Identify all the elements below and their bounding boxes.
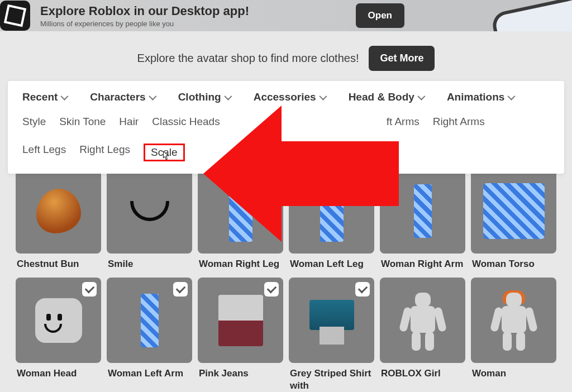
item-label: Grey Striped Shirt with [289, 363, 374, 392]
roblox-app-icon [0, 1, 30, 31]
item-label: ROBLOX Girl [380, 363, 465, 381]
open-app-button[interactable]: Open [356, 3, 404, 28]
item-thumbnail [16, 278, 101, 363]
item-thumbnail [289, 278, 374, 363]
subopt-hair[interactable]: Hair [119, 116, 139, 128]
avatar-item-card[interactable]: Woman Torso [471, 168, 556, 272]
banner-text: Explore Roblox in our Desktop app! Milli… [40, 4, 344, 28]
subopt-left-legs[interactable]: Left Legs [22, 144, 66, 161]
item-label: Woman Left Leg [289, 254, 374, 272]
avatar-item-card[interactable]: Pink Jeans [198, 278, 283, 392]
tab-accessories[interactable]: Accessories [254, 91, 325, 103]
chevron-down-icon [224, 93, 232, 101]
banner-subtitle: Millions of experiences by people like y… [40, 20, 344, 28]
item-label: Woman Right Leg [198, 254, 283, 272]
item-label: Woman Head [16, 363, 101, 381]
equipped-check-icon [82, 282, 97, 297]
subopt-scale[interactable]: Scale [144, 144, 185, 161]
item-thumbnail [471, 278, 556, 363]
subopt-style[interactable]: Style [22, 116, 46, 128]
item-label: Woman [471, 363, 556, 381]
item-label: Woman Right Arm [380, 254, 465, 272]
item-label: Smile [107, 254, 192, 272]
subopt-skin-tone[interactable]: Skin Tone [59, 116, 106, 128]
avatar-item-card[interactable]: ROBLOX Girl [380, 278, 465, 392]
desktop-app-banner: Explore Roblox in our Desktop app! Milli… [0, 0, 572, 31]
chevron-down-icon [508, 93, 516, 101]
tab-characters[interactable]: Characters [90, 91, 154, 103]
item-thumbnail [380, 168, 465, 254]
category-panel: RecentCharactersClothingAccessoriesHead … [8, 81, 564, 174]
avatar-item-card[interactable]: Woman Left Leg [289, 168, 374, 272]
tab-label: Recent [22, 91, 58, 103]
subopt-left-arms[interactable]: ft Arms [387, 116, 420, 128]
subcategory-options: StyleSkin ToneHairClassic Headsft ArmsRi… [8, 111, 564, 164]
item-thumbnail [380, 278, 465, 363]
tab-label: Characters [90, 91, 145, 103]
item-thumbnail [289, 168, 374, 254]
tab-label: Animations [447, 91, 504, 103]
chevron-down-icon [319, 93, 327, 101]
avatar-item-card[interactable]: Smile [107, 168, 192, 272]
avatar-item-card[interactable]: Woman [471, 278, 556, 392]
tab-head-body[interactable]: Head & Body [349, 91, 423, 103]
avatar-item-card[interactable]: Woman Right Leg [198, 168, 283, 272]
item-thumbnail [471, 168, 556, 254]
banner-title: Explore Roblox in our Desktop app! [40, 4, 344, 18]
equipped-check-icon [355, 282, 370, 297]
tab-clothing[interactable]: Clothing [178, 91, 230, 103]
chevron-down-icon [417, 93, 425, 101]
item-thumbnail [107, 168, 192, 254]
avatar-item-card[interactable]: Grey Striped Shirt with [289, 278, 374, 392]
chevron-down-icon [149, 93, 156, 101]
avatar-item-card[interactable]: Woman Left Arm [107, 278, 192, 392]
item-thumbnail [16, 168, 101, 254]
item-label: Woman Torso [471, 254, 556, 272]
avatar-item-card[interactable]: Woman Head [16, 278, 101, 392]
equipped-check-icon [173, 282, 188, 297]
pointer-cursor-icon [161, 151, 169, 161]
item-label: Chestnut Bun [16, 254, 101, 272]
tab-recent[interactable]: Recent [22, 91, 66, 103]
avatar-item-card[interactable]: Woman Right Arm [380, 168, 465, 272]
get-more-text: Explore the avatar shop to find more clo… [137, 52, 359, 65]
item-label: Pink Jeans [198, 363, 283, 381]
equipped-check-icon [264, 282, 279, 297]
get-more-row: Explore the avatar shop to find more clo… [0, 31, 572, 81]
subopt-right-arms[interactable]: Right Arms [433, 116, 485, 128]
banner-art [404, 0, 572, 31]
subopt-right-legs[interactable]: Right Legs [79, 144, 130, 161]
item-thumbnail [198, 278, 283, 363]
subopt-classic-heads[interactable]: Classic Heads [152, 116, 220, 128]
item-thumbnail [198, 168, 283, 254]
item-label: Woman Left Arm [107, 363, 192, 381]
category-tabs: RecentCharactersClothingAccessoriesHead … [8, 89, 564, 111]
avatar-item-card[interactable]: Chestnut Bun [16, 168, 101, 272]
tab-animations[interactable]: Animations [447, 91, 513, 103]
chevron-down-icon [61, 93, 69, 101]
tab-label: Head & Body [349, 91, 414, 103]
item-thumbnail [107, 278, 192, 363]
tab-label: Accessories [254, 91, 316, 103]
tab-label: Clothing [178, 91, 221, 103]
get-more-button[interactable]: Get More [369, 46, 435, 71]
